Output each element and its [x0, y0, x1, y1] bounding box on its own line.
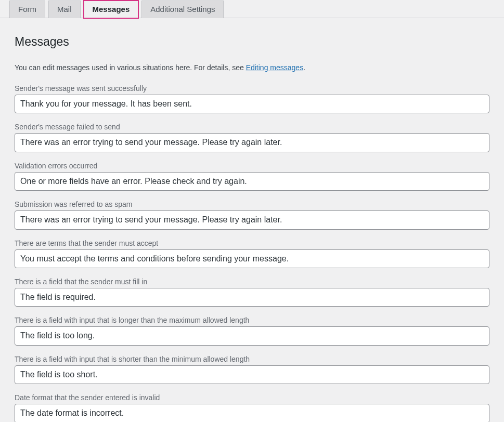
tab-form[interactable]: Form: [9, 1, 45, 18]
input-validation-error[interactable]: [15, 172, 489, 191]
page-title: Messages: [15, 35, 489, 49]
label-too-long: There is a field with input that is long…: [15, 316, 489, 324]
tab-mail[interactable]: Mail: [48, 1, 81, 18]
editing-messages-link[interactable]: Editing messages: [246, 63, 304, 72]
tab-bar: Form Mail Messages Additional Settings: [0, 0, 504, 18]
intro-prefix: You can edit messages used in various si…: [15, 63, 246, 72]
input-spam[interactable]: [15, 210, 489, 229]
label-sent-ok: Sender's message was sent successfully: [15, 84, 489, 93]
label-accept-terms: There are terms that the sender must acc…: [15, 239, 489, 247]
field-sent-ok: Sender's message was sent successfully: [15, 84, 489, 113]
input-too-long[interactable]: [15, 326, 489, 345]
field-date-invalid: Date format that the sender entered is i…: [15, 393, 489, 422]
input-too-short[interactable]: [15, 365, 489, 384]
intro-text: You can edit messages used in various si…: [15, 63, 489, 72]
label-sent-ng: Sender's message failed to send: [15, 123, 489, 131]
tab-messages[interactable]: Messages: [84, 1, 139, 18]
label-validation-error: Validation errors occurred: [15, 162, 489, 170]
input-accept-terms[interactable]: [15, 249, 489, 268]
input-required[interactable]: [15, 288, 489, 307]
input-sent-ok[interactable]: [15, 95, 489, 113]
field-required: There is a field that the sender must fi…: [15, 278, 489, 307]
label-date-invalid: Date format that the sender entered is i…: [15, 393, 489, 402]
field-validation-error: Validation errors occurred: [15, 162, 489, 191]
field-too-long: There is a field with input that is long…: [15, 316, 489, 345]
input-sent-ng[interactable]: [15, 133, 489, 152]
messages-panel: Messages You can edit messages used in v…: [0, 18, 504, 422]
label-too-short: There is a field with input that is shor…: [15, 355, 489, 363]
field-accept-terms: There are terms that the sender must acc…: [15, 239, 489, 268]
intro-suffix: .: [303, 63, 305, 72]
input-date-invalid[interactable]: [15, 404, 489, 422]
field-too-short: There is a field with input that is shor…: [15, 355, 489, 384]
label-spam: Submission was referred to as spam: [15, 200, 489, 208]
tab-additional-settings[interactable]: Additional Settings: [141, 1, 224, 18]
field-sent-ng: Sender's message failed to send: [15, 123, 489, 152]
label-required: There is a field that the sender must fi…: [15, 278, 489, 286]
field-spam: Submission was referred to as spam: [15, 200, 489, 229]
